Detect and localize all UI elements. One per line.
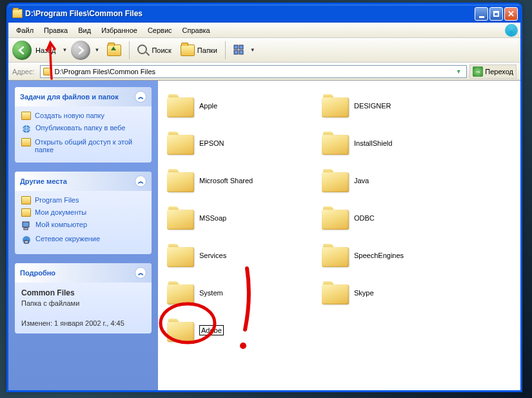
close-button[interactable]: ✕ — [504, 7, 518, 21]
folder-item[interactable]: Skype — [318, 274, 473, 312]
folder-grid: AppleDESIGNEREPSONInstallShieldMicrosoft… — [163, 87, 515, 349]
minimize-button[interactable] — [475, 7, 488, 21]
folder-icon — [167, 169, 194, 192]
chevron-up-icon: ︽ — [135, 175, 146, 187]
folder-name: Microsoft Shared — [199, 177, 253, 184]
svg-rect-2 — [234, 50, 238, 54]
menu-help[interactable]: Справка — [177, 25, 215, 36]
address-dropdown-icon[interactable]: ▼ — [453, 68, 464, 75]
menu-favorites[interactable]: Избранное — [96, 25, 143, 36]
task-share[interactable]: Открыть общий доступ к этой папке — [21, 138, 145, 154]
menu-file[interactable]: Файл — [11, 25, 39, 36]
titlebar[interactable]: D:\Program Files\Common Files ✕ — [8, 5, 520, 23]
details-name: Common Files — [21, 288, 75, 297]
places-header[interactable]: Другие места ︽ — [15, 172, 152, 191]
place-label: Мои документы — [35, 208, 86, 216]
search-button[interactable]: Поиск — [133, 43, 175, 57]
menu-view[interactable]: Вид — [73, 25, 96, 36]
folder-name: MSSoap — [199, 214, 226, 222]
place-label: Сетевое окружение — [35, 235, 100, 243]
folder-item[interactable]: SpeechEngines — [318, 237, 473, 274]
share-icon — [21, 138, 31, 146]
places-header-label: Другие места — [20, 177, 67, 185]
window-body: Задачи для файлов и папок ︽ Создать нову… — [8, 81, 520, 390]
details-body: Common Files Папка с файлами Изменен: 1 … — [15, 283, 152, 333]
folder-item[interactable]: Microsoft Shared — [163, 162, 318, 199]
go-label: Переход — [485, 68, 513, 75]
explorer-window: D:\Program Files\Common Files ✕ Файл Пра… — [6, 3, 522, 392]
views-icon — [233, 45, 245, 56]
folder-name: Java — [354, 177, 369, 184]
address-input-wrapper[interactable]: ▼ — [40, 65, 468, 78]
maximize-button[interactable] — [489, 7, 503, 21]
up-button[interactable] — [103, 43, 125, 57]
menubar: Файл Правка Вид Избранное Сервис Справка — [8, 23, 520, 38]
svg-rect-5 — [23, 222, 29, 227]
details-header-label: Подробно — [20, 269, 55, 277]
folder-icon — [167, 319, 194, 342]
folder-icon — [167, 244, 194, 267]
back-button[interactable] — [12, 41, 32, 60]
svg-rect-8 — [25, 241, 28, 243]
folders-icon — [181, 45, 195, 56]
task-new-folder[interactable]: Создать новую папку — [21, 112, 145, 120]
toolbar-separator — [129, 41, 130, 59]
place-program-files[interactable]: Program Files — [21, 196, 145, 204]
go-button[interactable]: → Переход — [469, 65, 517, 79]
menu-edit[interactable]: Правка — [39, 25, 73, 36]
forward-dropdown-icon[interactable]: ▼ — [92, 47, 102, 53]
task-label: Опубликовать папку в вебе — [35, 124, 125, 132]
place-label: Program Files — [35, 196, 79, 204]
folder-icon — [322, 169, 349, 192]
folder-icon — [167, 206, 194, 230]
svg-rect-0 — [234, 45, 238, 49]
folder-name: DESIGNER — [354, 102, 391, 110]
folder-item[interactable]: InstallShield — [318, 124, 473, 162]
folder-name: Adobe — [199, 325, 224, 335]
folder-item[interactable]: EPSON — [163, 124, 318, 162]
task-publish-web[interactable]: Опубликовать папку в вебе — [21, 124, 145, 134]
tasks-list: Создать новую папку Опубликовать папку в… — [15, 106, 152, 163]
folder-item[interactable]: Java — [318, 162, 473, 199]
place-label: Мой компьютер — [35, 221, 87, 228]
menu-service[interactable]: Сервис — [143, 25, 177, 36]
svg-rect-3 — [239, 50, 243, 54]
details-modified-label: Изменен: — [21, 319, 52, 327]
folder-item[interactable]: Adobe — [163, 312, 318, 349]
toolbar-separator-2 — [225, 41, 226, 59]
folder-item[interactable]: System — [163, 274, 318, 312]
forward-button[interactable] — [71, 41, 90, 60]
details-header[interactable]: Подробно ︽ — [15, 263, 152, 283]
search-label: Поиск — [152, 46, 171, 54]
views-dropdown-icon: ▼ — [248, 47, 258, 53]
svg-rect-1 — [239, 45, 243, 49]
folders-button[interactable]: Папки — [177, 43, 221, 57]
address-input[interactable] — [55, 68, 451, 75]
tasks-panel: Задачи для файлов и папок ︽ Создать нову… — [15, 87, 152, 163]
places-panel: Другие места ︽ Program Files Мои докумен… — [15, 172, 152, 254]
folder-icon — [167, 281, 194, 304]
back-dropdown-icon[interactable]: ▼ — [60, 47, 70, 53]
folder-item[interactable]: ODBC — [318, 199, 473, 237]
folder-name: Services — [199, 252, 226, 259]
folder-item[interactable]: MSSoap — [163, 199, 318, 237]
folder-icon — [322, 206, 349, 230]
place-network[interactable]: Сетевое окружение — [21, 235, 145, 245]
folder-item[interactable]: DESIGNER — [318, 87, 473, 124]
place-my-computer[interactable]: Мой компьютер — [21, 221, 145, 231]
folder-icon — [322, 132, 349, 155]
views-button[interactable]: ▼ — [230, 43, 262, 57]
folder-item[interactable]: Services — [163, 237, 318, 274]
folder-item[interactable]: Apple — [163, 87, 318, 124]
my-documents-icon — [21, 208, 31, 217]
folder-icon — [322, 94, 349, 117]
folder-name: System — [199, 289, 223, 297]
up-folder-icon — [107, 45, 121, 56]
address-folder-icon — [43, 68, 52, 75]
content-area[interactable]: AppleDESIGNEREPSONInstallShieldMicrosoft… — [158, 81, 520, 390]
tasks-header[interactable]: Задачи для файлов и папок ︽ — [15, 87, 152, 106]
details-panel: Подробно ︽ Common Files Папка с файлами … — [15, 263, 152, 333]
back-label[interactable]: Назад — [35, 46, 56, 54]
place-my-documents[interactable]: Мои документы — [21, 208, 145, 217]
folder-name: SpeechEngines — [354, 252, 404, 259]
